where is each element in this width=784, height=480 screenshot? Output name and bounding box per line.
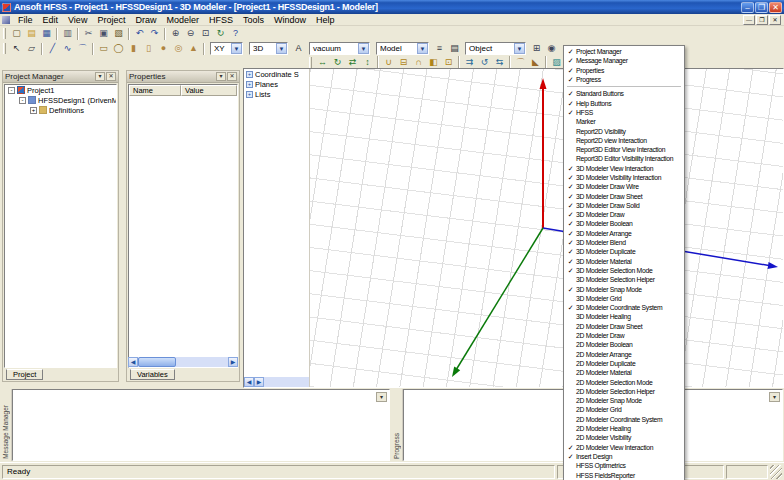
menu-file[interactable]: File	[13, 14, 38, 26]
toolbar-menu-item[interactable]: HFSS Optimetrics	[565, 461, 683, 470]
toolbar-menu-item[interactable]: HFSS FieldsReporter	[565, 470, 683, 479]
chevron-down-icon[interactable]: ▼	[514, 43, 525, 54]
snap-toggle-icon[interactable]: ◉	[544, 42, 559, 55]
unite-icon[interactable]: ∪	[381, 56, 396, 69]
toolbar-menu-item[interactable]: Marker	[565, 117, 683, 126]
scroll-thumb[interactable]	[138, 357, 176, 367]
toolbar-menu-item[interactable]: ✓3D Modeler Draw Solid	[565, 201, 683, 210]
imprint-icon[interactable]: ⊡	[441, 56, 456, 69]
redo-icon[interactable]: ↷	[147, 27, 162, 40]
print-icon[interactable]: ▥	[60, 27, 75, 40]
expand-icon[interactable]: +	[30, 107, 37, 114]
open-project-icon[interactable]: ▤	[24, 27, 39, 40]
toolbar-menu-item[interactable]: ✓3D Modeler Coordinate System	[565, 303, 683, 312]
draw-cylinder-icon[interactable]: ▯	[141, 42, 156, 55]
chevron-down-icon[interactable]: ▼	[276, 43, 287, 54]
copy-icon[interactable]: ▣	[96, 27, 111, 40]
menu-project[interactable]: Project	[92, 14, 130, 26]
fillet-icon[interactable]: ⌒	[513, 56, 528, 69]
toolbar-menu-item[interactable]: 2D Modeler Coordinate System	[565, 415, 683, 424]
scroll-left-icon[interactable]: ◀	[244, 377, 254, 387]
duplicate-mirror-icon[interactable]: ⇆	[492, 56, 507, 69]
toolbar-menu-item[interactable]: ✓Project Manager	[565, 47, 683, 56]
collapse-icon[interactable]: -	[19, 97, 26, 104]
toolbar-menu-item[interactable]: 2D Modeler Selection Helper	[565, 387, 683, 396]
minimize-button[interactable]: –	[741, 2, 754, 13]
toolbar-menu-item[interactable]: 3D Modeler Selection Helper	[565, 275, 683, 284]
child-close-button[interactable]: ✕	[769, 15, 781, 25]
chevron-down-icon[interactable]: ▼	[231, 43, 242, 54]
model-tree-item[interactable]: +Lists	[244, 89, 309, 99]
toolbar-menu-item[interactable]: ✓3D Modeler Draw Sheet	[565, 191, 683, 200]
model-tree-item[interactable]: +Coordinate S	[244, 69, 309, 79]
zoom-out-icon[interactable]: ⊖	[183, 27, 198, 40]
menu-edit[interactable]: Edit	[38, 14, 64, 26]
properties-header[interactable]: Properties ▾ ✕	[127, 71, 239, 83]
toolbar-menu-item[interactable]: 2D Modeler Duplicate	[565, 359, 683, 368]
draw-arc-icon[interactable]: ⌒	[75, 42, 90, 55]
collapse-icon[interactable]: -	[8, 87, 15, 94]
toolbar-grip[interactable]	[309, 57, 312, 68]
project-tree-item[interactable]: +Definitions	[5, 105, 116, 115]
draw-circle-icon[interactable]: ◯	[111, 42, 126, 55]
scroll-right-icon[interactable]: ▶	[254, 377, 264, 387]
scroll-right-icon[interactable]: ▶	[228, 357, 238, 367]
split-icon[interactable]: ◧	[426, 56, 441, 69]
properties-scrollbar[interactable]: ◀ ▶	[128, 357, 238, 367]
model-tree-item[interactable]: +Planes	[244, 79, 309, 89]
toolbar-menu-item[interactable]: 2D Modeler Material	[565, 368, 683, 377]
maximize-button[interactable]: ❐	[755, 2, 768, 13]
column-header-value[interactable]: Value	[181, 85, 237, 96]
menu-tools[interactable]: Tools	[238, 14, 269, 26]
toolbar-menu-item[interactable]: ✓3D Modeler Snap Mode	[565, 284, 683, 293]
column-header-name[interactable]: Name	[129, 85, 181, 96]
menu-window[interactable]: Window	[269, 14, 311, 26]
panel-close-icon[interactable]: ✕	[227, 72, 237, 81]
toolbar-menu-item[interactable]: 3D Modeler Healing	[565, 312, 683, 321]
panel-menu-icon[interactable]: ▾	[216, 72, 226, 81]
menu-hfss[interactable]: HFSS	[204, 14, 238, 26]
toolbar-menu-item[interactable]: Report2D view Interaction	[565, 136, 683, 145]
toolbar-menu-item[interactable]: ✓Properties	[565, 66, 683, 75]
toolbar-menu-item[interactable]: ✓Standard Buttons	[565, 89, 683, 98]
message-manager-titlebar[interactable]: Message Manager	[1, 389, 12, 461]
draw-line-icon[interactable]: ╱	[45, 42, 60, 55]
save-icon[interactable]: ▦	[39, 27, 54, 40]
scale-icon[interactable]: ↕	[360, 56, 375, 69]
modeler-grid[interactable]	[310, 69, 783, 387]
toolbar-menu-item[interactable]: 2D Modeler Selection Mode	[565, 377, 683, 386]
subtract-icon[interactable]: ⊟	[396, 56, 411, 69]
toolbar-menu-item[interactable]: ✓Help Buttons	[565, 98, 683, 107]
mirror-icon[interactable]: ⇄	[345, 56, 360, 69]
toolbar-menu-item[interactable]: ✓3D Modeler Blend	[565, 238, 683, 247]
panel-menu-icon[interactable]: ▾	[769, 392, 780, 402]
toolbar-menu-item[interactable]: 3D Modeler Grid	[565, 294, 683, 303]
child-minimize-button[interactable]: —	[743, 15, 755, 25]
toolbar-menu-item[interactable]: ✓3D Modeler Material	[565, 257, 683, 266]
toolbar-menu-item[interactable]: ✓3D Modeler Duplicate	[565, 247, 683, 256]
toolbar-menu-item[interactable]: ✓2D Modeler View Interaction	[565, 442, 683, 451]
help-icon[interactable]: ?	[228, 27, 243, 40]
duplicate-around-axis-icon[interactable]: ↺	[477, 56, 492, 69]
toolbar-menu-item[interactable]: Report3D Editor View Interaction	[565, 145, 683, 154]
toolbar-grip[interactable]	[3, 43, 6, 54]
zoom-in-icon[interactable]: ⊕	[168, 27, 183, 40]
toolbar-menu-item[interactable]: 2D Modeler Boolean	[565, 340, 683, 349]
intersect-icon[interactable]: ∩	[411, 56, 426, 69]
progress-titlebar[interactable]: Progress	[392, 389, 403, 461]
tab-project[interactable]: Project	[6, 369, 43, 380]
modeler-3d-view[interactable]: +Coordinate S+Planes+Lists ◀ ▶	[243, 68, 784, 388]
toolbar-menu-item[interactable]: ✓3D Modeler Arrange	[565, 229, 683, 238]
menu-modeler[interactable]: Modeler	[161, 14, 204, 26]
draw-torus-icon[interactable]: ◎	[171, 42, 186, 55]
toolbar-menu-item[interactable]: ✓Message Manager	[565, 56, 683, 65]
toolbar-menu-item[interactable]: 2D Modeler Arrange	[565, 350, 683, 359]
plane-combo[interactable]: XY ▼	[210, 42, 243, 55]
material-combo[interactable]: vacuum ▼	[309, 42, 370, 55]
toolbar-menu-item[interactable]: ✓HFSS	[565, 108, 683, 117]
toolbar-menu-item[interactable]: ✓3D Modeler Visibility Interaction	[565, 173, 683, 182]
draw-sphere-icon[interactable]: ●	[156, 42, 171, 55]
toolbar-menu-item[interactable]: 2D Modeler Draw Sheet	[565, 322, 683, 331]
fit-view-icon[interactable]: ⊡	[198, 27, 213, 40]
draw-spline-icon[interactable]: ∿	[60, 42, 75, 55]
